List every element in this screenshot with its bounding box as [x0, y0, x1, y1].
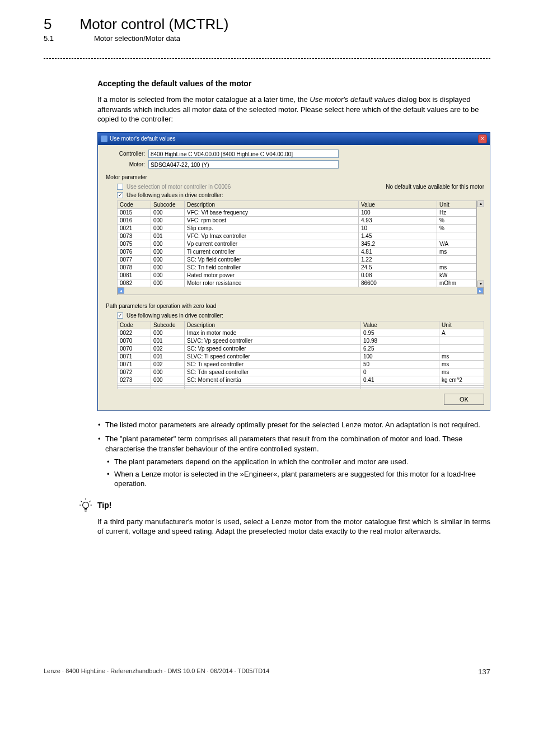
- checkbox-use-values-2-label: Use following values in drive controller…: [127, 312, 223, 319]
- motor-parameter-label: Motor parameter: [106, 174, 484, 180]
- table-row[interactable]: [118, 387, 484, 389]
- col-value: Value: [359, 200, 437, 208]
- motor-parameter-table-wrap: Code Subcode Description Value Unit 0015…: [117, 200, 484, 295]
- tip-text: If a third party manufacturer's motor is…: [97, 517, 490, 536]
- col-code: Code: [118, 321, 151, 329]
- footer-text: Lenze · 8400 HighLine · Referenzhandbuch…: [44, 668, 269, 676]
- list-item: The plant parameters depend on the appli…: [114, 457, 490, 467]
- checkbox-use-values-2[interactable]: ✓: [117, 312, 123, 319]
- table-row[interactable]: 0075000Vp current controller345.2V/A: [118, 240, 476, 248]
- page-number: 137: [478, 668, 490, 676]
- vertical-scrollbar[interactable]: ▴ ▾: [476, 200, 484, 287]
- ok-button[interactable]: OK: [444, 394, 484, 405]
- col-unit: Unit: [439, 321, 484, 329]
- intro-paragraph: If a motor is selected from the motor ca…: [97, 95, 490, 124]
- table-row[interactable]: 0073001VFC: Vp Imax controller1.45: [118, 232, 476, 240]
- table-row[interactable]: 0082000Motor rotor resistance86600mOhm: [118, 279, 476, 287]
- chapter-number: 5: [44, 16, 51, 33]
- table-row[interactable]: 0022000Imax in motor mode0.95A: [118, 329, 484, 337]
- dialog-titlebar: Use motor's default values ×: [98, 133, 490, 145]
- notes-list: The listed motor parameters are already …: [97, 420, 490, 489]
- svg-line-1: [81, 501, 82, 502]
- chapter-title: Motor control (MCTRL): [79, 16, 228, 33]
- list-item: The listed motor parameters are already …: [105, 420, 490, 430]
- path-parameters-label: Path parameters for operation with zero …: [106, 303, 484, 309]
- table-row[interactable]: 0072000SC: Tdn speed controller0ms: [118, 368, 484, 376]
- close-icon[interactable]: ×: [478, 134, 487, 143]
- checkbox-use-c0006-label: Use selection of motor controller in C00…: [127, 184, 231, 190]
- table-row[interactable]: 0081000Rated motor power0.08kW: [118, 271, 476, 279]
- dialog-icon: [101, 136, 107, 142]
- col-code: Code: [118, 200, 151, 208]
- lightbulb-icon: [78, 498, 93, 512]
- col-description: Description: [185, 321, 361, 329]
- svg-line-2: [90, 501, 91, 502]
- table-row[interactable]: 0015000VFC: V/f base frequency100Hz: [118, 208, 476, 216]
- table-row[interactable]: 0071001SLVC: Ti speed controller100ms: [118, 352, 484, 360]
- horizontal-scrollbar[interactable]: ◂ ▸: [117, 287, 484, 295]
- col-unit: Unit: [437, 200, 476, 208]
- motor-label: Motor:: [117, 161, 148, 167]
- controller-label: Controller:: [117, 151, 148, 157]
- tip-label: Tip!: [97, 501, 111, 510]
- table-row[interactable]: 0076000Ti current controller4.81ms: [118, 248, 476, 255]
- table-row[interactable]: 0078000SC: Tn field controller24.5ms: [118, 263, 476, 271]
- checkbox-use-values-1[interactable]: ✓: [117, 192, 123, 198]
- motor-input[interactable]: SDSGA047-22, 100 (Y): [148, 160, 339, 169]
- section-heading: Accepting the default values of the moto…: [97, 79, 490, 88]
- dialog-title: Use motor's default values: [110, 136, 176, 142]
- scroll-down-icon[interactable]: ▾: [477, 281, 484, 287]
- table-row[interactable]: 0070002SC: Vp speed controller6.25: [118, 344, 484, 352]
- table-row[interactable]: 0077000SC: Vp field controller1.22: [118, 255, 476, 263]
- subsection-number: 5.1: [44, 34, 66, 43]
- table-row[interactable]: 0021000Slip comp.10%: [118, 224, 476, 232]
- no-default-note: No default value available for this moto…: [379, 184, 484, 190]
- checkbox-use-c0006: [117, 184, 123, 190]
- col-value: Value: [361, 321, 439, 329]
- svg-point-5: [83, 502, 89, 508]
- divider: [44, 58, 490, 59]
- use-default-values-dialog: Use motor's default values × Controller:…: [97, 132, 490, 411]
- subsection-title: Motor selection/Motor data: [94, 34, 180, 43]
- table-row[interactable]: 0070001SLVC: Vp speed controller10.98: [118, 337, 484, 344]
- motor-parameter-table: Code Subcode Description Value Unit 0015…: [117, 200, 476, 287]
- path-parameter-table: Code Subcode Description Value Unit 0022…: [117, 321, 484, 389]
- checkbox-use-values-1-label: Use following values in drive controller…: [127, 192, 223, 198]
- list-item: When a Lenze motor is selected in the »E…: [114, 469, 490, 489]
- scroll-right-icon[interactable]: ▸: [477, 287, 484, 294]
- scroll-left-icon[interactable]: ◂: [118, 287, 124, 294]
- table-row[interactable]: 0016000VFC: rpm boost4.93%: [118, 216, 476, 224]
- col-subcode: Subcode: [151, 200, 185, 208]
- list-item: The "plant parameter" term comprises all…: [105, 434, 490, 489]
- table-row[interactable]: 0273000SC: Moment of inertia0.41kg cm^2: [118, 376, 484, 384]
- col-subcode: Subcode: [151, 321, 185, 329]
- table-row[interactable]: 0071002SC: Ti speed controller50ms: [118, 360, 484, 368]
- controller-input[interactable]: 8400 HighLine C V04.00.00 [8400 HighLine…: [148, 150, 339, 158]
- scroll-up-icon[interactable]: ▴: [477, 200, 484, 207]
- col-description: Description: [185, 200, 359, 208]
